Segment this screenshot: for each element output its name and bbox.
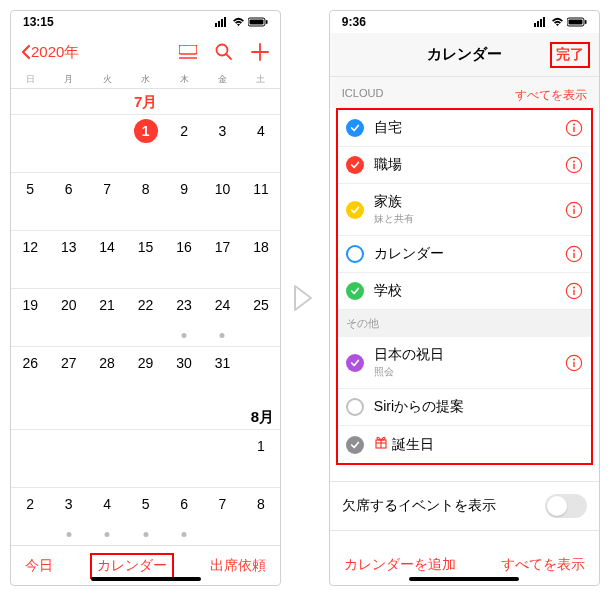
day-cell[interactable]: 11 bbox=[242, 173, 280, 230]
calendar-item[interactable]: 自宅 bbox=[338, 110, 591, 147]
svg-rect-22 bbox=[573, 127, 574, 132]
calendar-item[interactable]: 誕生日 bbox=[338, 426, 591, 463]
today-button[interactable]: 今日 bbox=[25, 557, 53, 575]
day-cell[interactable]: 6 bbox=[49, 173, 87, 230]
modal-title: カレンダー bbox=[427, 45, 502, 64]
day-cell[interactable]: 16 bbox=[165, 231, 203, 288]
day-cell[interactable] bbox=[88, 115, 126, 172]
day-cell[interactable]: 4 bbox=[242, 115, 280, 172]
day-cell[interactable]: 22 bbox=[126, 289, 164, 346]
section-label: ICLOUD bbox=[342, 87, 384, 104]
svg-rect-2 bbox=[221, 19, 223, 27]
calendar-item[interactable]: カレンダー bbox=[338, 236, 591, 273]
day-cell[interactable] bbox=[126, 430, 164, 487]
day-cell[interactable]: 9 bbox=[165, 173, 203, 230]
day-cell[interactable]: 2 bbox=[11, 488, 49, 545]
day-cell[interactable]: 15 bbox=[126, 231, 164, 288]
day-cell[interactable]: 13 bbox=[49, 231, 87, 288]
battery-icon bbox=[248, 17, 268, 27]
day-cell[interactable]: 30 bbox=[165, 347, 203, 404]
day-cell[interactable] bbox=[242, 347, 280, 404]
day-cell[interactable]: 3 bbox=[49, 488, 87, 545]
day-cell[interactable]: 27 bbox=[49, 347, 87, 404]
day-cell[interactable] bbox=[203, 430, 241, 487]
svg-rect-34 bbox=[573, 290, 574, 295]
checkbox[interactable] bbox=[346, 282, 364, 300]
calendar-item[interactable]: 家族妹と共有 bbox=[338, 184, 591, 236]
day-cell[interactable]: 12 bbox=[11, 231, 49, 288]
inbox-button[interactable]: 出席依頼 bbox=[210, 557, 266, 575]
day-cell[interactable]: 5 bbox=[11, 173, 49, 230]
day-cell[interactable] bbox=[49, 430, 87, 487]
modal-header: カレンダー 完了 bbox=[330, 33, 599, 77]
day-cell[interactable]: 5 bbox=[126, 488, 164, 545]
day-cell[interactable]: 17 bbox=[203, 231, 241, 288]
day-cell[interactable]: 3 bbox=[203, 115, 241, 172]
nav-bar: 2020年 bbox=[11, 33, 280, 71]
day-cell[interactable]: 24 bbox=[203, 289, 241, 346]
calendars-button[interactable]: カレンダー bbox=[91, 554, 173, 578]
calendar-item[interactable]: 学校 bbox=[338, 273, 591, 310]
add-calendar-button[interactable]: カレンダーを追加 bbox=[344, 556, 456, 574]
declined-events-toggle[interactable] bbox=[545, 494, 587, 518]
home-indicator[interactable] bbox=[91, 577, 201, 581]
day-cell[interactable]: 8 bbox=[126, 173, 164, 230]
day-cell[interactable]: 4 bbox=[88, 488, 126, 545]
day-cell[interactable] bbox=[11, 430, 49, 487]
day-cell[interactable]: 8 bbox=[242, 488, 280, 545]
svg-rect-37 bbox=[573, 361, 574, 366]
day-cell[interactable] bbox=[165, 430, 203, 487]
info-icon[interactable] bbox=[565, 354, 583, 372]
day-cell[interactable]: 1 bbox=[242, 430, 280, 487]
day-cell[interactable]: 7 bbox=[203, 488, 241, 545]
info-icon[interactable] bbox=[565, 245, 583, 263]
day-cell[interactable]: 21 bbox=[88, 289, 126, 346]
day-cell[interactable]: 14 bbox=[88, 231, 126, 288]
day-cell[interactable]: 28 bbox=[88, 347, 126, 404]
calendar-name: 学校 bbox=[374, 282, 555, 300]
day-cell[interactable]: 10 bbox=[203, 173, 241, 230]
info-icon[interactable] bbox=[565, 156, 583, 174]
calendar-grid[interactable]: 7月12345678910111213141516171819202122232… bbox=[11, 89, 280, 545]
checkbox[interactable] bbox=[346, 354, 364, 372]
day-cell[interactable]: 29 bbox=[126, 347, 164, 404]
checkbox[interactable] bbox=[346, 245, 364, 263]
day-cell[interactable] bbox=[88, 430, 126, 487]
checkbox[interactable] bbox=[346, 201, 364, 219]
day-cell[interactable]: 25 bbox=[242, 289, 280, 346]
day-cell[interactable]: 1 bbox=[126, 115, 164, 172]
day-cell[interactable]: 26 bbox=[11, 347, 49, 404]
checkbox[interactable] bbox=[346, 119, 364, 137]
day-cell[interactable] bbox=[11, 115, 49, 172]
svg-rect-28 bbox=[573, 208, 574, 213]
day-cell[interactable]: 23 bbox=[165, 289, 203, 346]
arrow-right-icon bbox=[291, 278, 319, 318]
calendar-item[interactable]: 職場 bbox=[338, 147, 591, 184]
day-cell[interactable]: 6 bbox=[165, 488, 203, 545]
back-button[interactable]: 2020年 bbox=[21, 43, 79, 62]
show-all-button[interactable]: すべてを表示 bbox=[515, 87, 587, 104]
day-cell[interactable] bbox=[49, 115, 87, 172]
day-cell[interactable]: 20 bbox=[49, 289, 87, 346]
list-view-icon[interactable] bbox=[178, 42, 198, 62]
day-cell[interactable]: 31 bbox=[203, 347, 241, 404]
day-cell[interactable]: 19 bbox=[11, 289, 49, 346]
search-icon[interactable] bbox=[214, 42, 234, 62]
checkbox[interactable] bbox=[346, 156, 364, 174]
show-all-footer-button[interactable]: すべてを表示 bbox=[501, 556, 585, 574]
day-cell[interactable]: 7 bbox=[88, 173, 126, 230]
day-cell[interactable]: 2 bbox=[165, 115, 203, 172]
info-icon[interactable] bbox=[565, 201, 583, 219]
checkbox[interactable] bbox=[346, 436, 364, 454]
info-icon[interactable] bbox=[565, 119, 583, 137]
done-button[interactable]: 完了 bbox=[551, 43, 589, 67]
calendar-item[interactable]: 日本の祝日照会 bbox=[338, 337, 591, 389]
day-cell[interactable]: 18 bbox=[242, 231, 280, 288]
info-icon[interactable] bbox=[565, 282, 583, 300]
checkbox[interactable] bbox=[346, 398, 364, 416]
svg-point-27 bbox=[573, 205, 575, 207]
add-icon[interactable] bbox=[250, 42, 270, 62]
svg-point-30 bbox=[573, 249, 575, 251]
calendar-item[interactable]: Siriからの提案 bbox=[338, 389, 591, 426]
home-indicator[interactable] bbox=[409, 577, 519, 581]
